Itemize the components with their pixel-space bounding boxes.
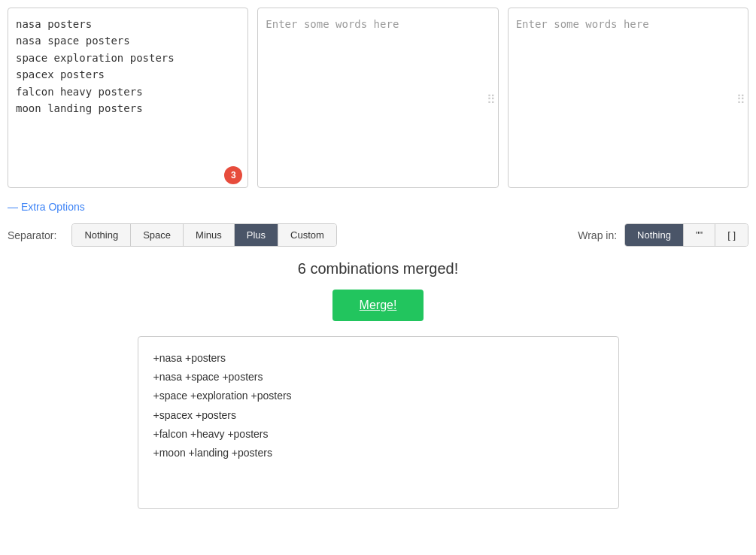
output-area: +nasa +posters+nasa +space +posters+spac… [138, 336, 619, 509]
drag-handle-3[interactable]: ⠿ [736, 92, 745, 106]
separator-custom-btn[interactable]: Custom [278, 224, 336, 246]
output-line: +space +exploration +posters [153, 387, 603, 405]
words-input-2[interactable] [257, 8, 498, 188]
wrap-in-label: Wrap in: [578, 229, 617, 241]
output-line: +falcon +heavy +posters [153, 425, 603, 444]
wrap-in-nothing-btn[interactable]: Nothing [625, 224, 684, 246]
output-line: +nasa +space +posters [153, 368, 603, 387]
words-input-3[interactable] [508, 8, 748, 188]
separator-minus-btn[interactable]: Minus [184, 224, 235, 246]
output-line: +moon +landing +posters [153, 444, 603, 462]
wrap-in-quotes-btn[interactable]: "" [684, 224, 715, 246]
textarea-wrapper-3: ⠿ [508, 8, 748, 190]
output-line: +nasa +posters [153, 349, 603, 368]
output-line: +spacex +posters [153, 406, 603, 425]
separator-nothing-btn[interactable]: Nothing [72, 224, 131, 246]
wrap-in-section: Wrap in: Nothing "" [ ] [578, 223, 748, 247]
textarea-row: nasa posters nasa space posters space ex… [8, 8, 748, 190]
textarea-wrapper-2: ⠿ [257, 8, 498, 190]
extra-options-toggle[interactable]: — Extra Options [8, 201, 85, 213]
drag-handle-2[interactable]: ⠿ [487, 92, 496, 106]
separator-btn-group: Nothing Space Minus Plus Custom [71, 223, 336, 247]
merge-btn-wrapper: Merge! [8, 290, 748, 321]
separator-plus-btn[interactable]: Plus [235, 224, 278, 246]
separator-space-btn[interactable]: Space [131, 224, 184, 246]
textarea-wrapper-1: nasa posters nasa space posters space ex… [8, 8, 248, 190]
merge-count-text: 6 combinations merged! [8, 260, 748, 278]
separator-label: Separator: [8, 229, 56, 241]
options-row: Separator: Nothing Space Minus Plus Cust… [8, 223, 748, 247]
wrap-in-brackets-btn[interactable]: [ ] [715, 224, 748, 246]
words-input-1[interactable]: nasa posters nasa space posters space ex… [8, 8, 248, 188]
wrap-in-btn-group: Nothing "" [ ] [624, 223, 748, 247]
merge-button[interactable]: Merge! [332, 290, 424, 321]
